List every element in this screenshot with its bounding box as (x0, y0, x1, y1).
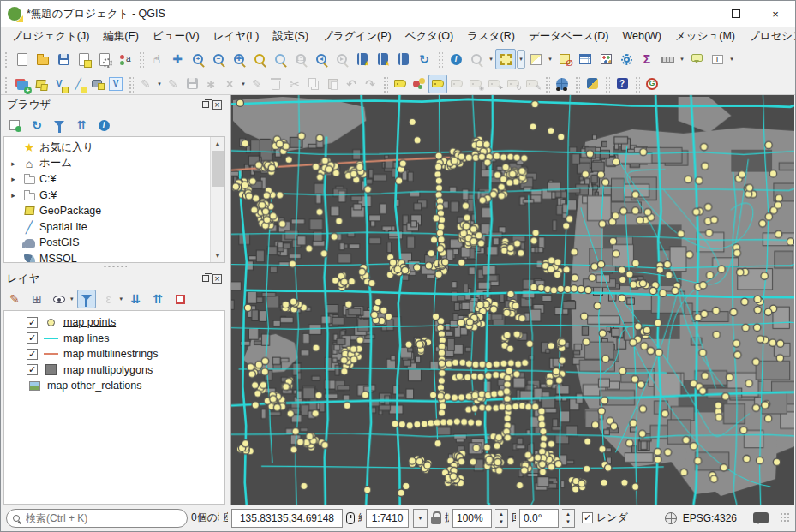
scroll-up-icon[interactable]: ▲ (211, 137, 224, 150)
layer-item-map-lines[interactable]: ✓map lines (4, 331, 224, 347)
menu-settings[interactable]: 設定(S) (266, 27, 315, 45)
filter-by-expression-button[interactable]: ε (99, 290, 118, 308)
add-selected-layers-button[interactable] (5, 116, 24, 134)
refresh-map-button[interactable]: ↻ (414, 49, 434, 69)
modify-attributes-button[interactable]: ✎ (248, 75, 266, 93)
pan-to-selection-button[interactable]: ✚ (167, 49, 188, 69)
zoom-to-layer-button[interactable] (270, 49, 290, 69)
collapse-all-browser-button[interactable]: ⇈ (72, 116, 91, 134)
extent-mouse-icon[interactable] (346, 512, 355, 524)
layer-visibility-checkbox[interactable]: ✓ (27, 332, 38, 344)
open-project-button[interactable] (33, 49, 53, 69)
menu-project[interactable]: プロジェクト(J) (4, 27, 96, 45)
filter-browser-button[interactable] (50, 116, 69, 134)
crs-status[interactable]: EPSG:4326 (683, 512, 737, 524)
text-annotation-button[interactable]: T (707, 49, 727, 69)
browser-item-postgis[interactable]: PostGIS (4, 235, 210, 251)
crs-globe-icon[interactable] (665, 512, 677, 524)
rotation-spinner[interactable]: ▲▼ (562, 509, 575, 528)
magnifier-input[interactable] (452, 509, 492, 528)
layer-item-map-other-relations[interactable]: map other_relations (4, 378, 224, 394)
zoom-next-button[interactable]: ▸ (332, 49, 352, 69)
undo-button[interactable]: ↶ (342, 75, 361, 93)
panel-splitter[interactable] (1, 263, 228, 269)
collapse-all-layers-button[interactable]: ⇈ (148, 290, 167, 308)
menu-layer[interactable]: レイヤ(L) (206, 27, 266, 45)
current-edits-dropdown[interactable]: ▾ (155, 75, 164, 93)
zoom-to-selection-button[interactable] (249, 49, 270, 69)
zoom-full-button[interactable]: ✚ (229, 49, 249, 69)
zoom-native-button[interactable]: 1:1 (290, 49, 311, 69)
menu-edit[interactable]: 編集(E) (96, 27, 146, 45)
processing-toolbox-button[interactable] (616, 49, 637, 69)
cut-features-button[interactable]: ✂ (285, 75, 304, 93)
paste-features-button[interactable] (323, 75, 342, 93)
measure-dropdown[interactable]: ▾ (678, 50, 686, 69)
layer-visibility-checkbox[interactable]: ✓ (27, 317, 38, 328)
menu-processing[interactable]: プロセシング(C) (742, 27, 796, 45)
save-edits-button[interactable] (183, 75, 201, 93)
messages-icon[interactable]: ··· (753, 512, 769, 523)
browser-item-mssql[interactable]: MSSQL (4, 251, 210, 264)
browser-close-icon[interactable]: × (212, 100, 222, 110)
map-canvas[interactable] (231, 95, 794, 505)
browser-scrollbar[interactable]: ▲ ▼ (210, 137, 224, 262)
search-input[interactable] (24, 511, 181, 525)
menu-plugins[interactable]: プラグイン(P) (315, 27, 398, 45)
open-layer-styling-button[interactable]: ✎ (5, 290, 24, 308)
expander-icon[interactable]: ▸ (8, 159, 19, 168)
new-project-button[interactable] (12, 49, 33, 69)
vertex-tool-button[interactable]: × (220, 75, 239, 93)
render-checkbox[interactable]: ✓ (582, 512, 593, 523)
menu-database[interactable]: データベース(D) (522, 27, 616, 45)
pin-unpin-labels-button[interactable] (447, 75, 466, 93)
lock-icon[interactable] (431, 517, 441, 524)
move-label-button[interactable] (485, 75, 504, 93)
scroll-down-icon[interactable]: ▼ (211, 249, 224, 262)
browser-item-drive-c[interactable]: ▸C:¥ (4, 171, 210, 188)
text-annotation-dropdown[interactable]: ▾ (727, 50, 736, 69)
filter-by-expression-dropdown[interactable]: ▾ (120, 296, 123, 302)
browser-float-icon[interactable] (202, 101, 209, 108)
expand-all-button[interactable]: ⇊ (126, 290, 145, 308)
copy-features-button[interactable] (304, 75, 323, 93)
browser-item-geopackage[interactable]: GeoPackage (4, 203, 210, 219)
highlight-pinned-labels-button[interactable] (428, 75, 447, 93)
select-features-button[interactable] (495, 49, 516, 69)
select-by-form-button[interactable] (525, 49, 546, 69)
manage-map-themes-dropdown[interactable]: ▾ (70, 296, 74, 302)
new-spatial-bookmark-button[interactable] (352, 49, 373, 69)
help-contents-button[interactable]: ? (613, 75, 631, 93)
new-virtual-layer-button[interactable] (87, 75, 106, 93)
new-shapefile-layer-button[interactable]: V (50, 75, 69, 93)
layer-item-map-points[interactable]: ✓map points (4, 314, 224, 331)
layer-labeling-options-button[interactable] (391, 75, 410, 93)
refresh-browser-button[interactable]: ↻ (27, 116, 46, 134)
rotate-label-button[interactable] (504, 75, 523, 93)
delete-selected-button[interactable] (266, 75, 285, 93)
maximize-button[interactable] (716, 1, 756, 27)
layer-diagram-options-button[interactable] (410, 75, 428, 93)
open-attribute-table-button[interactable] (575, 49, 596, 69)
select-by-form-dropdown[interactable]: ▾ (546, 50, 554, 69)
locator-search[interactable] (6, 509, 188, 528)
magnifier-spinner[interactable]: ▲▼ (495, 509, 508, 528)
layer-visibility-checkbox[interactable]: ✓ (27, 349, 38, 360)
enable-properties-widget-button[interactable]: i (94, 116, 113, 134)
layers-float-icon[interactable] (202, 275, 209, 282)
select-features-dropdown[interactable]: ▾ (517, 50, 525, 69)
zoom-in-button[interactable]: + (188, 49, 208, 69)
menu-web[interactable]: Web(W) (615, 28, 668, 44)
browser-item-spatialite[interactable]: ╱SpatiaLite (4, 219, 210, 236)
coordinate-input[interactable] (231, 509, 343, 528)
minimize-button[interactable]: — (677, 1, 716, 27)
menu-vector[interactable]: ベクタ(O) (398, 27, 460, 45)
save-project-button[interactable] (53, 49, 74, 69)
browser-item-favorites[interactable]: ★お気に入り (4, 140, 210, 156)
show-spatial-bookmarks-button[interactable] (373, 49, 393, 69)
show-hide-labels-button[interactable] (466, 75, 485, 93)
expander-icon[interactable]: ▸ (8, 175, 19, 183)
scale-input[interactable] (366, 509, 409, 528)
show-layout-manager-button[interactable] (94, 49, 115, 69)
new-spatialite-layer-button[interactable]: ╱ (69, 75, 87, 93)
